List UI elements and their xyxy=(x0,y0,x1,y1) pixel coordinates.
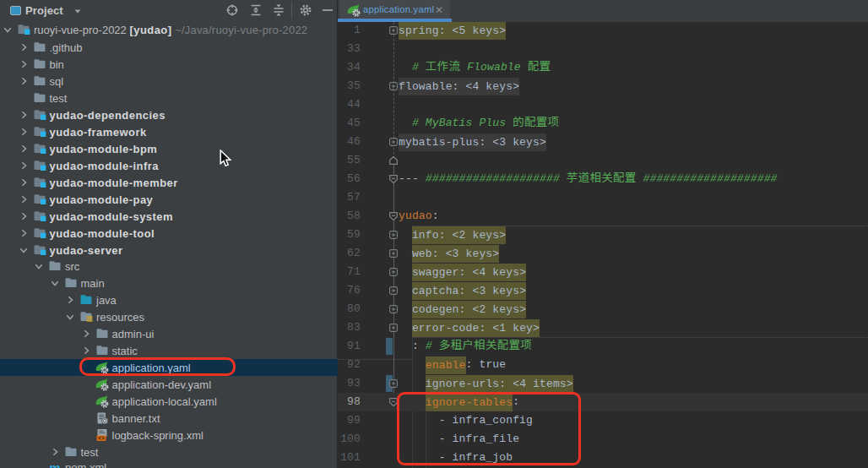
svg-text:<>: <> xyxy=(98,436,105,442)
svg-text:m: m xyxy=(49,460,60,468)
